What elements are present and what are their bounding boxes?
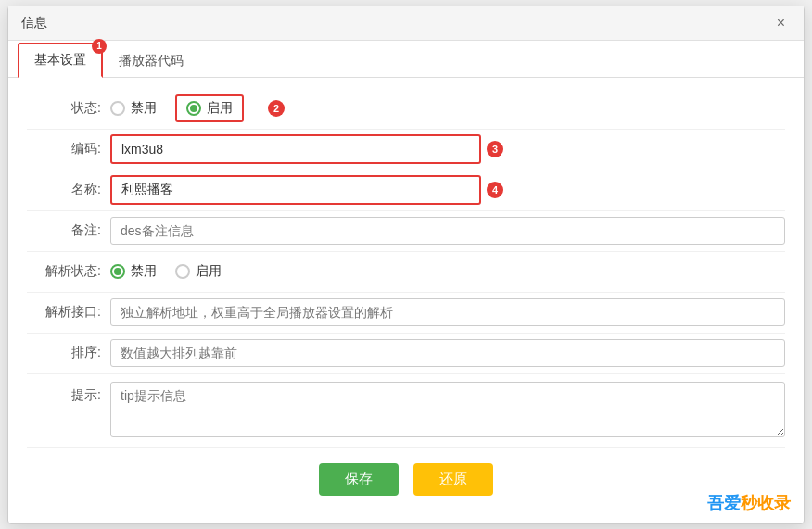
parse-url-content bbox=[110, 298, 785, 326]
sort-row: 排序: bbox=[27, 334, 785, 374]
status-label: 状态: bbox=[27, 100, 110, 117]
status-content: 禁用 启用 2 bbox=[110, 94, 785, 122]
status-disabled-radio[interactable] bbox=[110, 101, 125, 116]
watermark-prefix: 吾爱 bbox=[707, 494, 741, 512]
sort-content bbox=[110, 339, 785, 367]
parse-status-label: 解析状态: bbox=[27, 263, 110, 280]
parse-status-row: 解析状态: 禁用 启用 bbox=[27, 252, 785, 293]
parse-status-content: 禁用 启用 bbox=[110, 263, 785, 280]
tabs-container: 基本设置 1 播放器代码 bbox=[8, 43, 804, 78]
status-disabled-label: 禁用 bbox=[131, 100, 157, 117]
tab-player[interactable]: 播放器代码 bbox=[103, 44, 199, 78]
form-body: 状态: 禁用 启用 2 编码: bbox=[8, 78, 804, 523]
name-input[interactable] bbox=[110, 175, 481, 205]
code-input[interactable] bbox=[110, 134, 481, 164]
status-row: 状态: 禁用 启用 2 bbox=[27, 89, 785, 130]
name-row: 名称: 4 bbox=[27, 170, 785, 211]
tip-row: 提示: bbox=[27, 374, 785, 448]
parse-disabled-label: 禁用 bbox=[131, 263, 157, 280]
status-disabled-option[interactable]: 禁用 bbox=[110, 100, 157, 117]
sort-input[interactable] bbox=[110, 339, 785, 367]
name-badge: 4 bbox=[487, 182, 503, 198]
code-row: 编码: 3 bbox=[27, 130, 785, 170]
name-label: 名称: bbox=[27, 182, 110, 198]
parse-enabled-option[interactable]: 启用 bbox=[175, 263, 222, 280]
watermark-colored: 秒收录 bbox=[741, 494, 791, 512]
status-radio-group: 禁用 启用 2 bbox=[110, 94, 785, 122]
code-badge: 3 bbox=[487, 141, 503, 157]
code-label: 编码: bbox=[27, 141, 110, 157]
name-field-wrapper: 4 bbox=[110, 175, 785, 205]
dialog-title: 信息 bbox=[21, 15, 47, 31]
watermark: 吾爱秒收录 bbox=[707, 492, 791, 514]
form-actions: 保存 还原 bbox=[27, 448, 785, 505]
remark-row: 备注: bbox=[27, 211, 785, 252]
tip-label: 提示: bbox=[27, 382, 110, 404]
reset-button[interactable]: 还原 bbox=[413, 463, 493, 496]
tip-content bbox=[110, 382, 785, 440]
remark-label: 备注: bbox=[27, 222, 110, 239]
parse-url-label: 解析接口: bbox=[27, 304, 110, 321]
parse-url-row: 解析接口: bbox=[27, 293, 785, 334]
code-content: 3 bbox=[110, 134, 785, 164]
remark-input[interactable] bbox=[110, 217, 785, 245]
parse-url-input[interactable] bbox=[110, 298, 785, 326]
close-button[interactable]: × bbox=[771, 14, 791, 32]
status-enabled-box[interactable]: 启用 bbox=[175, 94, 244, 122]
dialog: 信息 × 基本设置 1 播放器代码 状态: 禁用 bbox=[7, 6, 805, 524]
tip-textarea[interactable] bbox=[110, 382, 785, 437]
parse-disabled-option[interactable]: 禁用 bbox=[110, 263, 157, 280]
remark-content bbox=[110, 217, 785, 245]
tab-basic[interactable]: 基本设置 1 bbox=[18, 43, 103, 78]
status-badge: 2 bbox=[268, 100, 285, 117]
name-content: 4 bbox=[110, 175, 785, 205]
save-button[interactable]: 保存 bbox=[319, 463, 399, 496]
status-enabled-label: 启用 bbox=[207, 100, 233, 117]
parse-radio-group: 禁用 启用 bbox=[110, 263, 785, 280]
parse-disabled-radio[interactable] bbox=[110, 264, 125, 279]
status-enabled-radio[interactable] bbox=[186, 101, 201, 116]
parse-enabled-label: 启用 bbox=[196, 263, 222, 280]
sort-label: 排序: bbox=[27, 345, 110, 361]
parse-enabled-radio[interactable] bbox=[175, 264, 190, 279]
code-field-wrapper: 3 bbox=[110, 134, 785, 164]
dialog-header: 信息 × bbox=[8, 6, 804, 41]
